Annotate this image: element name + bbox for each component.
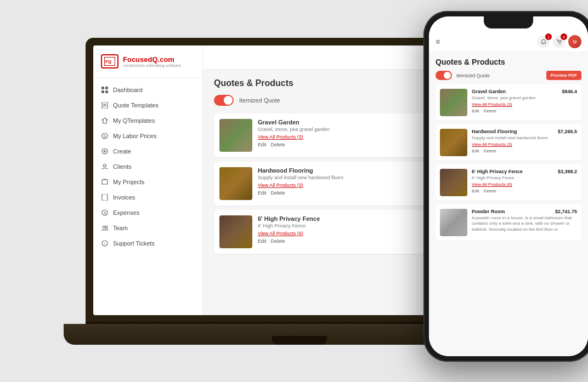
sidebar-item-dashboard[interactable]: Dashboard (93, 82, 202, 98)
notification-badge: 1 (545, 33, 552, 40)
svg-point-16 (104, 164, 106, 167)
phone-border: ≡ 1 4 (423, 11, 588, 362)
sidebar-item-my-projects[interactable]: My Projects (93, 174, 202, 190)
delete-hardwood[interactable]: Delete (271, 190, 285, 196)
sidebar-item-clients[interactable]: Clients (93, 159, 202, 174)
phone-edit-gravel[interactable]: Edit (472, 109, 479, 113)
user-avatar[interactable]: U (568, 35, 581, 48)
phone-product-price-gravel: $846.4 (562, 89, 577, 94)
phone-edit-fence[interactable]: Edit (472, 189, 479, 193)
sidebar-item-quote-templates[interactable]: Quote Templates (93, 98, 202, 113)
qtemplates-icon (101, 117, 109, 124)
cart-icon[interactable]: 4 (553, 36, 565, 48)
edit-gravel[interactable]: Edit (258, 142, 267, 147)
gravel-image-placeholder (219, 119, 252, 152)
sidebar-item-invoices[interactable]: Invoices (93, 190, 202, 205)
create-icon (101, 147, 109, 155)
phone-product-header-powder: Powder Room $2,741.75 (472, 209, 577, 214)
cart-badge: 4 (561, 33, 567, 40)
sidebar-item-expenses[interactable]: $ Expenses (93, 205, 202, 220)
phone-menu-icon[interactable]: ≡ (436, 37, 440, 46)
sidebar-item-my-labor-prices[interactable]: $ My Labor Prices (93, 128, 202, 144)
phone-product-price-powder: $2,741.75 (555, 209, 577, 214)
phone-product-info-hardwood: Hardwood Flooring $7,266.5 Supply and in… (472, 129, 577, 156)
phone-view-all-gravel[interactable]: View All Products (3) (472, 102, 577, 107)
sidebar-item-support-tickets[interactable]: i Support Tickets (93, 236, 202, 251)
product-image-hardwood (219, 167, 252, 200)
edit-fence[interactable]: Edit (258, 238, 267, 244)
phone-product-info-gravel: Gravel Garden $846.4 Gravel, stone, pea … (472, 89, 577, 116)
phone-itemized-toggle[interactable] (436, 71, 452, 80)
phone-delete-fence[interactable]: Delete (484, 189, 496, 193)
phone-view-all-fence[interactable]: View All Products (6) (472, 182, 577, 187)
itemized-quote-toggle[interactable] (214, 95, 234, 106)
phone-toggle-label: Itemized Quote (456, 73, 542, 78)
sidebar-label-my-qtemplates: My QTemplates (113, 117, 155, 124)
phone-product-actions-hardwood: Edit Delete (472, 149, 577, 153)
svg-text:$: $ (104, 211, 106, 215)
sidebar-label-expenses: Expenses (113, 209, 139, 216)
phone-section-title: Quotes & Products (436, 58, 581, 66)
phone-delete-hardwood[interactable]: Delete (484, 149, 496, 153)
phone-product-price-hardwood: $7,266.5 (558, 129, 577, 134)
phone-notch (484, 16, 533, 28)
sidebar-item-create[interactable]: Create (93, 144, 202, 159)
phone-product-img-hardwood (440, 129, 467, 156)
invoices-icon (101, 193, 109, 201)
product-image-fence (219, 215, 252, 248)
svg-point-25 (558, 43, 559, 44)
phone-product-header-fence: 6' High Privacy Fence $3,398.2 (472, 169, 577, 174)
notification-bell[interactable]: 1 (538, 36, 550, 48)
phone-content: Quotes & Products Itemized Quote Preview… (429, 52, 588, 356)
my-projects-icon (101, 178, 109, 186)
sidebar-item-team[interactable]: Team (93, 220, 202, 236)
phone-product-actions-fence: Edit Delete (472, 189, 577, 193)
sidebar-label-my-projects: My Projects (113, 179, 144, 185)
phone-product-name-powder: Powder Room (472, 209, 505, 214)
svg-point-21 (105, 226, 108, 228)
phone-view-all-hardwood[interactable]: View All Products (3) (472, 142, 577, 147)
sidebar-label-dashboard: Dashboard (113, 87, 143, 93)
brand-subtitle: construction estimating software (123, 64, 181, 67)
sidebar-item-my-qtemplates[interactable]: My QTemplates (93, 113, 202, 128)
team-icon (101, 224, 109, 232)
svg-text:FQ: FQ (105, 59, 111, 64)
toggle-label: Itemized Quote (239, 97, 280, 104)
phone-product-info-powder: Powder Room $2,741.75 A powder room in a… (472, 209, 577, 236)
edit-hardwood[interactable]: Edit (258, 190, 267, 196)
phone-product-desc-fence: 6' High Privacy Fence (472, 175, 577, 181)
hardwood-image-placeholder (219, 167, 252, 200)
phone-product-header-gravel: Gravel Garden $846.4 (472, 89, 577, 94)
expenses-icon: $ (101, 209, 109, 216)
svg-rect-5 (101, 90, 104, 93)
sidebar-label-quote-templates: Quote Templates (113, 102, 159, 109)
phone-product-img-fence (440, 169, 467, 196)
logo-text: FocusedQ.com construction estimating sof… (123, 55, 181, 67)
phone-product-img-powder (440, 209, 467, 236)
phone-product-name-hardwood: Hardwood Flooring (472, 129, 517, 134)
logo-area: FQ FocusedQ.com construction estimating … (93, 54, 202, 78)
phone-edit-hardwood[interactable]: Edit (472, 149, 479, 153)
clients-icon (101, 163, 109, 170)
product-image-gravel (219, 119, 252, 152)
preview-pdf-button[interactable]: Preview PDF (546, 71, 581, 80)
sidebar-label-support-tickets: Support Tickets (113, 240, 155, 247)
phone-product-name-fence: 6' High Privacy Fence (472, 169, 523, 174)
svg-rect-3 (101, 87, 104, 89)
svg-point-20 (103, 226, 105, 228)
phone-delete-gravel[interactable]: Delete (484, 109, 496, 113)
phone-shell: ≡ 1 4 (423, 11, 588, 362)
sidebar-label-invoices: Invoices (113, 194, 135, 201)
delete-gravel[interactable]: Delete (271, 142, 285, 147)
quote-templates-icon (101, 101, 109, 109)
phone-product-powder: Powder Room $2,741.75 A powder room in a… (436, 204, 581, 241)
phone-header-icons: 1 4 U (538, 35, 581, 48)
phone-product-hardwood: Hardwood Flooring $7,266.5 Supply and in… (436, 124, 581, 161)
phone-product-desc-powder: A powder room in a house, is a small bat… (472, 215, 577, 232)
delete-fence[interactable]: Delete (271, 238, 285, 244)
phone-product-img-gravel (440, 89, 467, 116)
phone-product-price-fence: $3,398.2 (558, 169, 577, 174)
laptop-notch (272, 336, 327, 345)
phone-product-desc-gravel: Gravel, stone, pea gravel garden (472, 95, 577, 101)
phone-product-actions-gravel: Edit Delete (472, 109, 577, 113)
